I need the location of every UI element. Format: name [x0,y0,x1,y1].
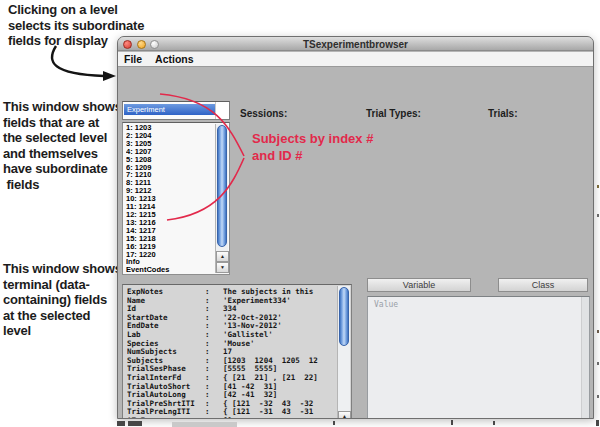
field-value: [41 -42 31] [223,383,335,392]
annotation-line: fields [3,177,122,193]
field-separator: : [205,417,223,419]
scrollbar-thumb[interactable] [339,287,349,346]
annotation-line: the selected level [3,130,122,146]
field-name: TrialPreShrtITI [127,400,205,409]
scroll-up-icon[interactable]: ▲ [338,411,351,419]
fields-vscrollbar[interactable]: ▲ ▼ [337,286,350,419]
tab-variable[interactable]: Variable [367,278,471,292]
field-name: TrialInterFd [127,374,205,383]
field-value: [] [223,417,335,419]
field-value: '22-Oct-2012' [223,314,335,323]
subjects-scrollbar[interactable]: ▲ ▼ [215,124,228,273]
window-content: Experiment Sessions: Trial Types: Trials… [118,68,593,418]
level-scrollbar-track[interactable] [215,102,229,119]
red-note-line: Subjects by index # [252,130,373,147]
field-name: Subjects [127,357,205,366]
field-row[interactable]: Id : 334 [127,305,335,314]
field-row[interactable]: StartDate : '22-Oct-2012' [127,314,335,323]
field-row[interactable]: EndDate : '13-Nov-2012' [127,322,335,331]
field-name: TrialPreLngITI [127,408,205,417]
figure-canvas: Clicking on a levelselects its subordina… [0,0,600,427]
field-name: StartDate [127,314,205,323]
level-listbox[interactable]: Experiment [122,101,230,120]
terminal-fields-panel[interactable]: ExpNotes : The subjects in this Name : '… [122,284,352,419]
field-name: AT_E [127,417,205,419]
field-value: [5555 5555] [223,365,335,374]
menubar: FileActions [118,52,593,67]
field-row[interactable]: TrialPreLngITI : { [121 -31 43 -31 [127,408,335,417]
field-value: { [121 -32 43 -32 [223,400,335,409]
field-value: 17 [223,348,335,357]
annotation-line: terminal (data- [3,277,122,293]
field-row[interactable]: NumSubjects : 17 [127,348,335,357]
field-value: { [21 21] , [21 22] [223,374,335,383]
annotation-line: containing) fields [3,292,122,308]
field-name: TrialAutoLong [127,391,205,400]
trial-types-label: Trial Types: [366,108,421,119]
field-row[interactable]: TrialAutoShort : [41 -42 31] [127,383,335,392]
field-name: EndDate [127,322,205,331]
annotation-line: and themselves [3,146,122,162]
field-value: [1203 1204 1205 12 [223,357,335,366]
trials-label: Trials: [488,108,517,119]
field-row[interactable]: Name : 'Experiment334' [127,297,335,306]
level-selected-item[interactable]: Experiment [124,104,215,115]
value-header: Value [374,300,398,309]
annotation-line: This window shows [3,261,122,277]
annotation-arrow-icon [28,42,123,87]
value-scrollbar-track[interactable] [581,297,589,419]
field-value: 334 [223,305,335,314]
sessions-label: Sessions: [240,108,287,119]
annotation-line: This window shows [3,99,122,115]
scroll-down-icon[interactable]: ▼ [216,262,229,273]
field-value: { [121 -31 43 -31 [223,408,335,417]
field-row[interactable]: Species : 'Mouse' [127,340,335,349]
field-value: '13-Nov-2012' [223,322,335,331]
field-name: ExpNotes [127,288,205,297]
field-row[interactable]: ExpNotes : The subjects in this [127,288,335,297]
scrollbar-thumb[interactable] [217,125,227,247]
field-name: NumSubjects [127,348,205,357]
field-name: Species [127,340,205,349]
red-note-line: and ID # [252,147,373,164]
field-row[interactable]: TrialInterFd : { [21 21] , [21 22] [127,374,335,383]
subjects-items: 1: 12032: 12043: 12054: 12075: 12086: 12… [126,124,213,273]
annotation-line: Clicking on a level [8,2,144,18]
menu-item[interactable]: File [124,53,142,65]
annotation-line: have subordinate [3,161,122,177]
annotation-bottom-note: This window showsterminal (data-containi… [3,261,122,339]
subjects-listbox[interactable]: 1: 12032: 12043: 12054: 12075: 12086: 12… [122,122,230,275]
app-window: TSexperimentbrowser FileActions Experime… [117,36,594,419]
annotation-line: fields that are at [3,115,122,131]
field-value: The subjects in this [223,288,335,297]
tab-class[interactable]: Class [498,278,588,292]
field-name: TrialAutoShort [127,383,205,392]
field-value: 'Gallistel' [223,331,335,340]
window-title: TSexperimentbrowser [118,39,593,50]
scroll-up-icon[interactable]: ▲ [216,251,229,262]
field-row[interactable]: TrialSesPhase : [5555 5555] [127,365,335,374]
field-row[interactable]: AT_E : [] [127,417,335,419]
field-value: 'Mouse' [223,340,335,349]
field-value: [42 -41 32] [223,391,335,400]
annotation-line: selects its subordinate [8,18,144,34]
field-row[interactable]: TrialAutoLong : [42 -41 32] [127,391,335,400]
annotation-mid-note: This window showsfields that are atthe s… [3,99,122,192]
field-rows: ExpNotes : The subjects in this Name : '… [127,288,335,419]
field-row[interactable]: Subjects : [1203 1204 1205 12 [127,357,335,366]
field-name: TrialSesPhase [127,365,205,374]
window-titlebar[interactable]: TSexperimentbrowser [118,37,593,51]
annotation-line: level [3,323,122,339]
field-name: Id [127,305,205,314]
field-row[interactable]: TrialPreShrtITI : { [121 -32 43 -32 [127,400,335,409]
subject-list-item[interactable]: EventCodes [126,266,213,273]
field-name: Lab [127,331,205,340]
field-name: Name [127,297,205,306]
red-note: Subjects by index #and ID # [252,130,373,164]
value-listbox[interactable]: Value [367,296,590,419]
field-row[interactable]: Lab : 'Gallistel' [127,331,335,340]
menu-item[interactable]: Actions [155,53,194,65]
annotation-line: at the selected [3,308,122,324]
field-value: 'Experiment334' [223,297,335,306]
